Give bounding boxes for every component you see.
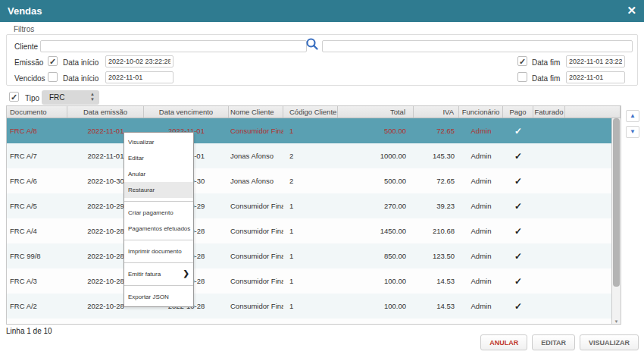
spinner-up-icon: ▲	[90, 92, 95, 97]
menu-item-label: Pagamentos efetuados	[128, 225, 190, 232]
menu-item-emitir-fatura[interactable]: Emitir fatura❯	[124, 266, 193, 282]
column-header-funcionario[interactable]: Funcionário	[459, 106, 503, 118]
cliente-name-input[interactable]	[322, 40, 633, 52]
cell-iva: 145.30	[414, 152, 459, 160]
scroll-up-button[interactable]: ▲	[626, 110, 639, 122]
menu-item-restaurar[interactable]: Restaurar	[124, 182, 193, 198]
table-scrollbar[interactable]: ▼	[611, 118, 621, 324]
column-header-nome_cliente[interactable]: Nome Cliente	[229, 106, 283, 118]
editar-button[interactable]: EDITAR	[532, 334, 575, 350]
cliente-label: Cliente	[14, 42, 38, 51]
spinner-icon: ▲ ▼	[90, 92, 95, 102]
column-header-documento[interactable]: Documento	[7, 106, 67, 118]
menu-item-label: Visualizar	[128, 139, 155, 146]
table-row[interactable]: FRC A/52022-10-292022-10-29Consumidor Fi…	[7, 193, 611, 218]
emissao-label: Emissão	[14, 58, 43, 67]
menu-item-label: Anular	[128, 171, 145, 177]
menu-item-visualizar[interactable]: Visualizar	[124, 134, 193, 150]
menu-separator	[124, 285, 193, 286]
cell-iva: 72.65	[414, 177, 459, 185]
vencidos-end-checkbox[interactable]	[517, 72, 527, 82]
filters-legend: Filtros	[14, 25, 34, 33]
menu-item-label: Editar	[128, 155, 144, 162]
column-header-data_vencimento[interactable]: Data vencimento	[144, 106, 229, 118]
cell-funcionario: Admin	[459, 202, 503, 210]
vencidos-checkbox[interactable]	[48, 72, 58, 82]
vencidos-start-input[interactable]	[105, 71, 174, 83]
pago-check-icon: ✓	[503, 126, 533, 137]
scrollbar-thumb[interactable]	[613, 118, 620, 287]
anular-button[interactable]: ANULAR	[480, 334, 527, 350]
cell-codigo_cliente: 1	[283, 227, 338, 235]
vencidos-end-input[interactable]	[566, 71, 625, 83]
column-header-filler[interactable]	[565, 106, 621, 118]
cell-codigo_cliente: 1	[283, 252, 338, 260]
table-row[interactable]: FRC 99/42022-10-282022-10-28Consumidor F…	[7, 319, 611, 324]
table-row[interactable]: FRC A/62022-10-302022-10-30Jonas Afonso2…	[7, 168, 611, 193]
menu-item-anular[interactable]: Anular	[124, 166, 193, 182]
scroll-down-button[interactable]: ▼	[626, 126, 639, 138]
column-header-total[interactable]: Total	[338, 106, 414, 118]
cell-funcionario: Admin	[459, 177, 503, 185]
cell-total: 270.00	[338, 202, 414, 210]
emissao-end-input[interactable]	[566, 55, 625, 67]
cell-codigo_cliente: 1	[283, 302, 338, 310]
table-body: FRC A/82022-11-012022-11-01Consumidor Fi…	[7, 118, 611, 324]
cell-nome_cliente: Jonas Afonso	[229, 152, 283, 160]
emissao-start-input[interactable]	[105, 55, 174, 67]
cell-funcionario: Admin	[459, 252, 503, 260]
cell-iva: 14.53	[414, 302, 459, 310]
scrollbar-down-icon[interactable]: ▼	[612, 319, 621, 324]
column-header-codigo_cliente[interactable]: Código Cliente	[283, 106, 338, 118]
search-icon[interactable]	[305, 37, 319, 51]
column-header-pago[interactable]: Pago	[503, 106, 533, 118]
emissao-end-label: Data fim	[532, 58, 560, 67]
menu-item-criar-pagamento[interactable]: Criar pagamento	[124, 205, 193, 221]
cell-nome_cliente: Consumidor Final	[229, 302, 283, 310]
table-row[interactable]: FRC A/32022-10-282022-10-28Consumidor Fi…	[7, 268, 611, 294]
vencidos-end-label: Data fim	[532, 74, 560, 83]
tipo-label: Tipo	[25, 94, 39, 102]
cell-funcionario: Admin	[459, 127, 503, 135]
cell-documento: FRC A/6	[7, 177, 67, 185]
table-row[interactable]: FRC A/82022-11-012022-11-01Consumidor Fi…	[7, 118, 611, 143]
cell-iva: 123.50	[414, 252, 459, 260]
cliente-input[interactable]	[40, 40, 307, 52]
emissao-end-checkbox[interactable]: ✓	[517, 56, 527, 66]
column-header-faturado[interactable]: Faturado	[533, 106, 565, 118]
cell-iva: 72.65	[414, 127, 459, 135]
menu-item-imprimir-documento[interactable]: Imprimir documento	[124, 243, 193, 259]
table-row[interactable]: FRC 99/82022-10-282022-10-28Consumidor F…	[7, 243, 611, 268]
cell-total: 1000.00	[338, 152, 414, 160]
cell-iva: 39.23	[414, 202, 459, 210]
cell-nome_cliente: Consumidor Final	[229, 127, 283, 135]
table-row[interactable]: FRC A/72022-11-012022-11-01Jonas Afonso2…	[7, 143, 611, 168]
row-status: Linha 1 de 10	[6, 327, 52, 335]
menu-item-pagamentos-efetuados[interactable]: Pagamentos efetuados	[124, 221, 193, 237]
cell-documento: FRC A/5	[7, 202, 67, 210]
visualizar-button[interactable]: VISUALIZAR	[580, 334, 639, 350]
menu-item-editar[interactable]: Editar	[124, 150, 193, 166]
menu-item-label: Emitir fatura	[128, 271, 161, 278]
menu-separator	[124, 201, 193, 202]
row-nav-arrows: ▲ ▼	[626, 110, 639, 138]
dialog-titlebar: Vendas ✕	[0, 0, 644, 22]
tipo-select[interactable]: FRC ▲ ▼	[42, 90, 99, 105]
close-icon[interactable]: ✕	[627, 4, 636, 17]
emissao-checkbox[interactable]: ✓	[48, 56, 58, 66]
column-header-iva[interactable]: IVA	[414, 106, 459, 118]
column-header-data_emissao[interactable]: Data emissão	[67, 106, 144, 118]
table-row[interactable]: FRC A/22022-10-282022-10-28Consumidor Fi…	[7, 294, 611, 319]
cell-nome_cliente: Consumidor Final	[229, 252, 283, 260]
pago-check-icon: ✓	[503, 151, 533, 162]
cell-funcionario: Admin	[459, 277, 503, 285]
menu-item-exportar-json[interactable]: Exportar JSON	[124, 289, 193, 305]
tipo-checkbox[interactable]: ✓	[9, 92, 19, 102]
cell-funcionario: Admin	[459, 302, 503, 310]
cell-iva: 14.53	[414, 277, 459, 285]
table-row[interactable]: FRC A/42022-10-282022-10-28Consumidor Fi…	[7, 218, 611, 243]
vendas-dialog: Vendas ✕ Filtros Cliente Emissão ✓ Data …	[0, 0, 644, 361]
footer-buttons: ANULAREDITARVISUALIZAR	[480, 334, 639, 350]
tipo-select-value: FRC	[49, 93, 65, 102]
cell-documento: FRC 99/8	[7, 252, 67, 260]
